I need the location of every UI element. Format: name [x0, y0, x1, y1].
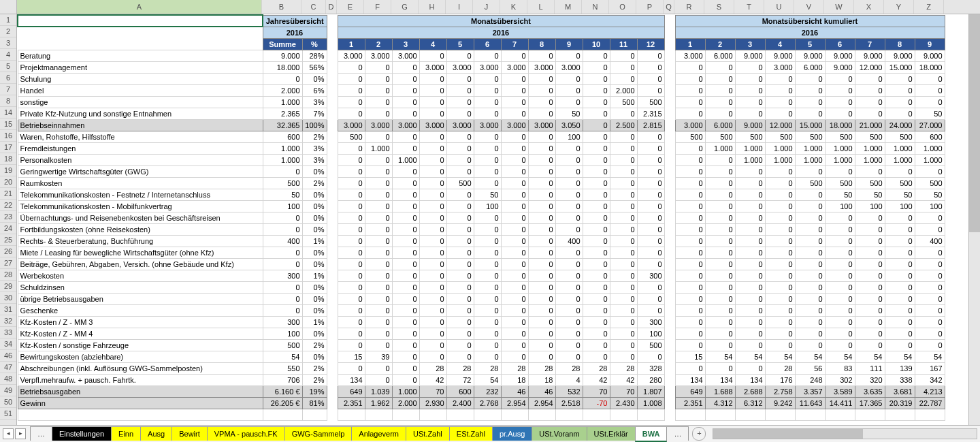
- row-header-14[interactable]: 14: [0, 107, 16, 119]
- row-header-1[interactable]: 1: [0, 14, 16, 26]
- sheet-tab--[interactable]: …: [666, 426, 689, 441]
- col-header-L[interactable]: L: [527, 0, 555, 14]
- col-header-K[interactable]: K: [500, 0, 527, 14]
- row-header-30[interactable]: 30: [0, 292, 16, 304]
- col-header-V[interactable]: V: [794, 0, 824, 14]
- sheet-tab-gwg-sammelp[interactable]: GWG-Sammelp: [284, 426, 353, 441]
- row-header-7[interactable]: 7: [0, 84, 16, 95]
- sheet-tabs: …EinstellungenEinnAusgBewirtVPMA - pausc…: [30, 426, 688, 442]
- col-header-W[interactable]: W: [824, 0, 854, 14]
- sheet-tab--[interactable]: …: [30, 426, 52, 441]
- row-header-29[interactable]: 29: [0, 281, 16, 292]
- col-header-T[interactable]: T: [734, 0, 764, 14]
- row-header-27[interactable]: 27: [0, 257, 16, 269]
- row-headers[interactable]: 1234567814151617181920212223242526272829…: [0, 14, 17, 425]
- column-headers[interactable]: ABCDEFGHIJKLMNOPQRSTUVWXYZ: [17, 0, 969, 14]
- row-header-46[interactable]: 46: [0, 350, 16, 362]
- tab-nav-next[interactable]: ▸: [15, 428, 26, 439]
- vertical-scroll-thumb[interactable]: [969, 14, 980, 232]
- row-header-31[interactable]: 31: [0, 304, 16, 315]
- sheet-tab-vpma-pausch-fk[interactable]: VPMA - pausch.FK: [207, 426, 285, 441]
- sheet-tab-einn[interactable]: Einn: [111, 426, 141, 441]
- row-header-22[interactable]: 22: [0, 200, 16, 211]
- cell-grid[interactable]: JahresübersichtMonatsübersichtMonatsüber…: [17, 14, 968, 425]
- sheet-tab-ust-erkl-r[interactable]: USt.Erklär: [587, 426, 636, 441]
- sheet-tab-ust-voranm[interactable]: USt.Voranm: [532, 426, 587, 441]
- row-header-51[interactable]: 51: [0, 408, 16, 420]
- col-header-I[interactable]: I: [446, 0, 473, 14]
- col-header-R[interactable]: R: [674, 0, 704, 14]
- row-header-48[interactable]: 48: [0, 373, 16, 385]
- row-header-2[interactable]: 2: [0, 26, 16, 37]
- col-header-E[interactable]: E: [337, 0, 364, 14]
- row-header-16[interactable]: 16: [0, 130, 16, 142]
- sheet-tab-anlageverm[interactable]: Anlageverm: [351, 426, 406, 441]
- col-header-F[interactable]: F: [364, 0, 391, 14]
- row-header-5[interactable]: 5: [0, 61, 16, 72]
- vertical-scrollbar[interactable]: [968, 14, 980, 425]
- col-header-U[interactable]: U: [764, 0, 794, 14]
- row-header-34[interactable]: 34: [0, 338, 16, 350]
- row-header-23[interactable]: 23: [0, 211, 16, 223]
- row-header-49[interactable]: 49: [0, 385, 16, 396]
- row-header-21[interactable]: 21: [0, 188, 16, 200]
- row-header-47[interactable]: 47: [0, 362, 16, 373]
- row-header-6[interactable]: 6: [0, 72, 16, 84]
- col-header-J[interactable]: J: [473, 0, 500, 14]
- col-header-Z[interactable]: Z: [914, 0, 944, 14]
- row-header-15[interactable]: 15: [0, 119, 16, 130]
- col-header-P[interactable]: P: [636, 0, 664, 14]
- tab-nav-first[interactable]: ◂: [3, 428, 14, 439]
- sheet-tab-einstellungen[interactable]: Einstellungen: [52, 426, 112, 441]
- row-header-33[interactable]: 33: [0, 327, 16, 338]
- col-header-S[interactable]: S: [704, 0, 734, 14]
- col-header-C[interactable]: C: [301, 0, 326, 14]
- row-header-19[interactable]: 19: [0, 165, 16, 176]
- col-header-N[interactable]: N: [582, 0, 609, 14]
- add-sheet-button[interactable]: +: [692, 427, 706, 441]
- sheet-tab-bwa[interactable]: BWA: [635, 426, 668, 442]
- sheet-tab-est-zahl[interactable]: ESt.Zahl: [449, 426, 493, 441]
- row-header-3[interactable]: 3: [0, 37, 16, 49]
- row-header-18[interactable]: 18: [0, 153, 16, 165]
- sheet-tab-ust-zahl[interactable]: USt.Zahl: [406, 426, 450, 441]
- row-header-4[interactable]: 4: [0, 49, 16, 61]
- row-header-25[interactable]: 25: [0, 234, 16, 246]
- col-header-B[interactable]: B: [262, 0, 301, 14]
- row-header-50[interactable]: 50: [0, 396, 16, 408]
- row-header-8[interactable]: 8: [0, 95, 16, 107]
- col-header-X[interactable]: X: [854, 0, 884, 14]
- horizontal-scrollbar[interactable]: [713, 428, 977, 439]
- sheet-tab-bewirt[interactable]: Bewirt: [172, 426, 208, 441]
- spreadsheet-window: ABCDEFGHIJKLMNOPQRSTUVWXYZ 1234567814151…: [0, 0, 980, 442]
- col-header-G[interactable]: G: [391, 0, 419, 14]
- sheet-tab-bar: ◂ ▸ …EinstellungenEinnAusgBewirtVPMA - p…: [0, 425, 980, 442]
- sheet-tab-ausg[interactable]: Ausg: [140, 426, 172, 441]
- row-header-20[interactable]: 20: [0, 176, 16, 188]
- col-header-H[interactable]: H: [419, 0, 446, 14]
- col-header-M[interactable]: M: [555, 0, 582, 14]
- col-header-A[interactable]: A: [17, 0, 262, 14]
- col-header-D[interactable]: D: [326, 0, 337, 14]
- row-header-26[interactable]: 26: [0, 246, 16, 257]
- horizontal-scroll-thumb[interactable]: [713, 429, 863, 439]
- row-header-32[interactable]: 32: [0, 315, 16, 327]
- col-header-Q[interactable]: Q: [664, 0, 674, 14]
- row-header-17[interactable]: 17: [0, 142, 16, 153]
- select-all-corner[interactable]: [0, 0, 17, 14]
- col-header-Y[interactable]: Y: [884, 0, 914, 14]
- row-header-28[interactable]: 28: [0, 269, 16, 281]
- col-header-O[interactable]: O: [609, 0, 636, 14]
- sheet-tab-pr-ausg[interactable]: pr.Ausg: [492, 426, 532, 441]
- row-header-24[interactable]: 24: [0, 223, 16, 234]
